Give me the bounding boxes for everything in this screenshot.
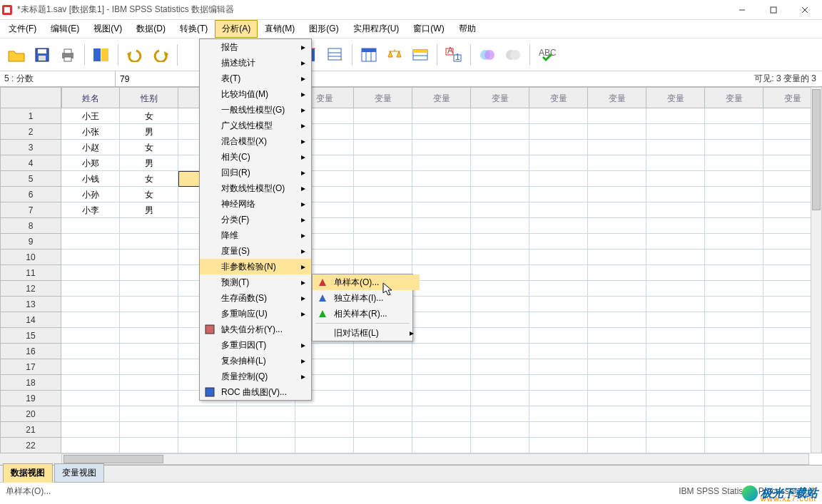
redo-icon[interactable] — [148, 43, 173, 67]
grid-cell[interactable] — [412, 265, 471, 281]
grid-cell[interactable] — [120, 359, 178, 375]
grid-cell[interactable] — [412, 218, 471, 234]
grid-cell[interactable] — [295, 438, 354, 453]
grid-cell[interactable] — [529, 344, 588, 359]
grid-cell[interactable] — [588, 218, 646, 234]
value-labels-icon[interactable]: A1 — [442, 43, 466, 67]
grid-cell[interactable] — [588, 281, 646, 297]
grid-cell[interactable] — [412, 140, 471, 155]
grid-cell[interactable] — [61, 422, 120, 438]
row-header[interactable]: 8 — [0, 218, 61, 234]
grid-cell[interactable] — [471, 250, 529, 265]
grid-cell[interactable] — [354, 124, 412, 140]
grid-cell[interactable] — [471, 218, 529, 234]
grid-cell[interactable] — [705, 265, 763, 281]
grid-cell[interactable]: 小王 — [61, 108, 120, 124]
menu-item[interactable]: 对数线性模型(O)▸ — [200, 180, 311, 196]
grid-cell[interactable] — [588, 406, 646, 422]
grid-cell[interactable] — [646, 422, 705, 438]
menu-item[interactable]: 缺失值分析(Y)... — [200, 322, 311, 337]
menu-item[interactable]: 广义线性模型▸ — [200, 118, 311, 133]
grid-cell[interactable] — [471, 344, 529, 359]
grid-cell[interactable] — [61, 438, 120, 453]
grid-cell[interactable] — [471, 375, 529, 391]
grid-cell[interactable] — [354, 140, 412, 155]
grid-edit-icon[interactable] — [323, 43, 347, 67]
grid-cell[interactable] — [471, 108, 529, 124]
grid-cell[interactable] — [588, 124, 646, 140]
tab-variable-view[interactable]: 变量视图 — [54, 463, 104, 483]
grid-cell[interactable] — [705, 187, 763, 202]
menu-item[interactable]: 神经网络▸ — [200, 196, 311, 212]
grid-cell[interactable] — [705, 344, 763, 359]
grid-cell[interactable] — [354, 171, 412, 187]
row-header[interactable]: 3 — [0, 140, 61, 155]
menu-item[interactable]: 分类(F)▸ — [200, 212, 311, 227]
grid-cell[interactable] — [61, 375, 120, 391]
grid-cell[interactable] — [412, 359, 471, 375]
grid-cell[interactable] — [529, 202, 588, 218]
vertical-scrollbar[interactable] — [811, 87, 822, 453]
grid-cell[interactable] — [646, 281, 705, 297]
grid-cell[interactable] — [646, 312, 705, 328]
row-header[interactable]: 10 — [0, 250, 61, 265]
grid-cell[interactable]: 女 — [120, 108, 178, 124]
grid-cell[interactable] — [120, 375, 178, 391]
grid-cell[interactable] — [588, 202, 646, 218]
menu-帮助[interactable]: 帮助 — [452, 20, 483, 38]
grid-cell[interactable] — [412, 187, 471, 202]
column-header[interactable]: 变量 — [705, 87, 763, 108]
grid-cell[interactable]: 小赵 — [61, 140, 120, 155]
grid-cell[interactable] — [646, 297, 705, 312]
undo-icon[interactable] — [123, 43, 147, 67]
grid-cell[interactable] — [471, 312, 529, 328]
grid-cell[interactable] — [354, 344, 412, 359]
save-icon[interactable] — [30, 43, 54, 67]
grid-cell[interactable]: 男 — [120, 155, 178, 171]
grid-cell[interactable] — [354, 108, 412, 124]
row-header[interactable]: 14 — [0, 312, 61, 328]
menu-M[interactable]: 直销(M) — [258, 20, 302, 38]
menu-item[interactable]: 多重归因(T)▸ — [200, 337, 311, 353]
maximize-button[interactable] — [758, 1, 789, 19]
grid-cell[interactable] — [705, 359, 763, 375]
grid-cell[interactable] — [705, 438, 763, 453]
grid-cell[interactable] — [471, 124, 529, 140]
grid-cell[interactable] — [705, 406, 763, 422]
grid-cell[interactable] — [120, 328, 178, 344]
grid-cell[interactable] — [471, 265, 529, 281]
grid-corner[interactable] — [0, 87, 61, 108]
grid-cell[interactable]: 女 — [120, 140, 178, 155]
grid-cell[interactable]: 女 — [120, 187, 178, 202]
menu-item[interactable]: 混合模型(X)▸ — [200, 133, 311, 149]
row-header[interactable]: 2 — [0, 124, 61, 140]
grid-cell[interactable] — [529, 281, 588, 297]
grid-cell[interactable] — [588, 359, 646, 375]
print-icon[interactable] — [56, 43, 80, 67]
grid-cell[interactable] — [412, 171, 471, 187]
grid-cell[interactable] — [61, 297, 120, 312]
grid-cell[interactable] — [120, 234, 178, 250]
grid-cell[interactable] — [412, 108, 471, 124]
minimize-button[interactable] — [726, 1, 758, 19]
grid-cell[interactable] — [354, 202, 412, 218]
grid-cell[interactable] — [529, 171, 588, 187]
column-header[interactable]: 性别 — [120, 87, 178, 108]
grid-cell[interactable] — [412, 297, 471, 312]
row-header[interactable]: 22 — [0, 438, 61, 453]
grid-cell[interactable] — [529, 124, 588, 140]
grid-cell[interactable] — [705, 375, 763, 391]
grid-cell[interactable] — [529, 422, 588, 438]
table-icon-2[interactable] — [408, 43, 432, 67]
grid-cell[interactable] — [471, 297, 529, 312]
grid-cell[interactable] — [588, 312, 646, 328]
horizontal-scrollbar[interactable] — [61, 453, 809, 465]
grid-cell[interactable] — [178, 422, 237, 438]
menu-E[interactable]: 编辑(E) — [44, 20, 86, 38]
menu-item[interactable]: 描述统计▸ — [200, 55, 311, 71]
menu-item[interactable]: 度量(S)▸ — [200, 243, 311, 259]
grid-cell[interactable] — [61, 312, 120, 328]
grid-cell[interactable] — [646, 391, 705, 406]
grid-cell[interactable] — [354, 391, 412, 406]
grid-cell[interactable] — [412, 202, 471, 218]
